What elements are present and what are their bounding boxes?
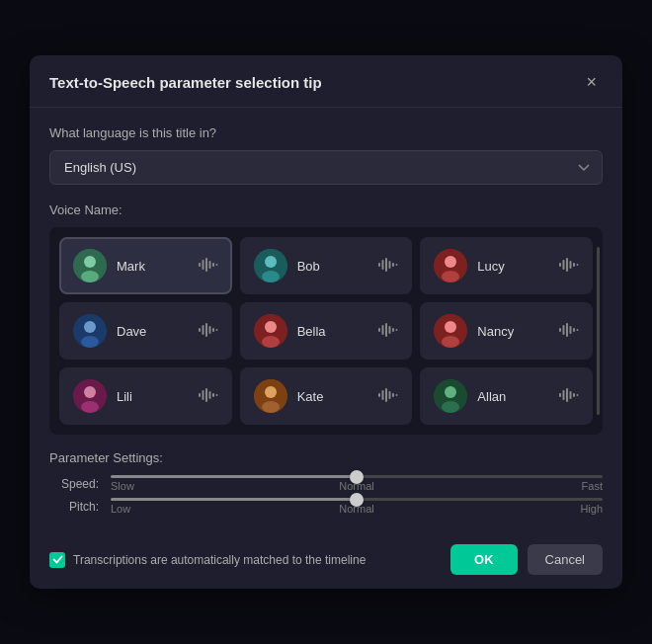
voice-card-lucy[interactable]: Lucy <box>420 237 593 294</box>
svg-rect-62 <box>215 394 217 396</box>
overlay: Text-to-Speech parameter selection tip ×… <box>0 0 652 644</box>
language-select[interactable]: English (US) English (UK) Spanish French… <box>49 150 603 185</box>
avatar-nancy <box>434 314 467 348</box>
voice-card-bob[interactable]: Bob <box>240 237 413 294</box>
voice-name-allan: Allan <box>477 389 549 404</box>
avatar-allan <box>434 379 467 413</box>
svg-rect-80 <box>577 394 579 396</box>
svg-rect-33 <box>208 326 210 334</box>
svg-rect-67 <box>382 390 384 400</box>
voice-name-dave: Dave <box>117 324 189 339</box>
voice-name-lucy: Lucy <box>477 259 549 274</box>
svg-point-65 <box>262 401 280 413</box>
waveform-icon-bob <box>378 258 398 275</box>
voice-card-lili[interactable]: Lili <box>59 367 232 425</box>
close-button[interactable]: × <box>580 71 603 93</box>
svg-rect-43 <box>392 328 394 332</box>
pitch-row: Pitch: Low Normal High <box>49 498 603 515</box>
transcription-checkbox[interactable] <box>49 552 65 568</box>
checkbox-label: Transcriptions are automatically matched… <box>73 553 366 567</box>
pitch-low-label: Low <box>111 503 130 515</box>
svg-rect-7 <box>212 263 214 267</box>
svg-rect-49 <box>563 325 565 335</box>
pitch-high-label: High <box>580 503 603 515</box>
speed-slider-wrap: Slow Normal Fast <box>111 475 603 492</box>
pitch-label: Pitch: <box>49 500 99 514</box>
svg-rect-39 <box>378 328 380 332</box>
waveform-icon-mark <box>199 258 218 275</box>
svg-rect-16 <box>392 263 394 267</box>
svg-point-46 <box>445 321 456 333</box>
svg-rect-42 <box>389 326 391 334</box>
parameter-settings-label: Parameter Settings: <box>49 450 603 465</box>
svg-rect-59 <box>205 388 207 402</box>
speed-mid-label: Normal <box>339 480 373 492</box>
voice-grid-wrap: Mark <box>49 227 603 435</box>
voice-name-kate: Kate <box>297 389 369 404</box>
dialog: Text-to-Speech parameter selection tip ×… <box>30 55 622 589</box>
voice-card-dave[interactable]: Dave <box>59 302 232 360</box>
svg-rect-35 <box>215 329 217 331</box>
svg-rect-40 <box>382 325 384 335</box>
svg-rect-68 <box>385 388 387 402</box>
svg-rect-32 <box>205 323 207 337</box>
voice-name-section: Voice Name: Mark <box>49 202 603 435</box>
svg-point-11 <box>262 271 280 282</box>
dialog-header: Text-to-Speech parameter selection tip × <box>30 55 622 108</box>
svg-point-20 <box>442 271 459 282</box>
voice-card-allan[interactable]: Allan <box>420 367 593 425</box>
avatar-mark <box>73 249 107 282</box>
svg-rect-25 <box>573 263 575 267</box>
svg-point-10 <box>265 256 277 268</box>
voice-card-nancy[interactable]: Nancy <box>420 302 593 360</box>
dialog-footer: Transcriptions are automatically matched… <box>30 534 622 589</box>
svg-rect-51 <box>570 326 572 334</box>
svg-rect-17 <box>396 264 398 266</box>
speed-high-label: Fast <box>582 480 603 492</box>
waveform-icon-nancy <box>559 323 579 340</box>
svg-rect-41 <box>385 323 387 337</box>
svg-rect-13 <box>382 260 384 270</box>
svg-point-64 <box>265 386 277 398</box>
svg-rect-66 <box>378 393 380 397</box>
voice-name-bob: Bob <box>297 259 369 274</box>
svg-rect-76 <box>563 390 565 400</box>
dialog-body: What language is this title in? English … <box>30 108 622 534</box>
svg-rect-60 <box>208 391 210 399</box>
svg-rect-8 <box>215 264 217 266</box>
svg-rect-21 <box>559 263 561 267</box>
svg-rect-75 <box>559 393 561 397</box>
svg-rect-50 <box>566 323 568 337</box>
svg-rect-52 <box>573 328 575 332</box>
speed-slider-labels: Slow Normal Fast <box>111 478 603 492</box>
voice-card-kate[interactable]: Kate <box>240 367 413 425</box>
pitch-slider-labels: Low Normal High <box>111 501 603 515</box>
svg-point-2 <box>81 271 99 282</box>
scrollbar[interactable] <box>597 247 600 415</box>
svg-point-73 <box>445 386 456 398</box>
cancel-button[interactable]: Cancel <box>528 544 603 575</box>
waveform-icon-kate <box>378 388 398 405</box>
svg-rect-58 <box>202 390 204 400</box>
avatar-lucy <box>434 249 467 282</box>
svg-point-56 <box>81 401 99 413</box>
svg-rect-26 <box>577 264 579 266</box>
avatar-bella <box>254 314 287 348</box>
svg-point-38 <box>262 336 280 348</box>
svg-rect-57 <box>199 393 201 397</box>
voice-name-label: Voice Name: <box>49 202 603 217</box>
svg-point-37 <box>265 321 277 333</box>
voice-name-bella: Bella <box>297 324 369 339</box>
dialog-title: Text-to-Speech parameter selection tip <box>49 74 322 91</box>
svg-rect-69 <box>389 391 391 399</box>
ok-button[interactable]: OK <box>450 544 518 575</box>
svg-rect-23 <box>566 258 568 272</box>
svg-rect-5 <box>205 258 207 272</box>
language-question: What language is this title in? <box>49 125 603 140</box>
voice-card-mark[interactable]: Mark <box>59 237 232 294</box>
voice-name-lili: Lili <box>117 389 189 404</box>
waveform-icon-dave <box>199 323 218 340</box>
voice-card-bella[interactable]: Bella <box>240 302 413 360</box>
svg-rect-70 <box>392 393 394 397</box>
speed-low-label: Slow <box>111 480 134 492</box>
